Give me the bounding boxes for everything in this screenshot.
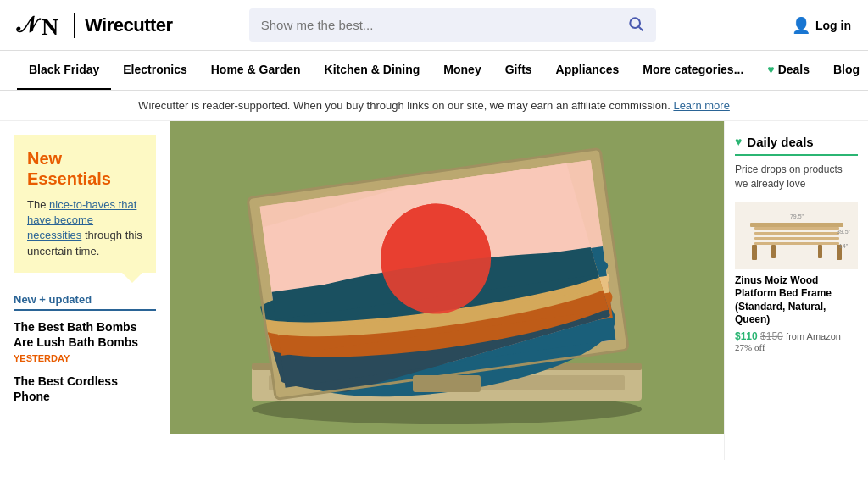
nav-item-black-friday[interactable]: Black Friday	[17, 51, 111, 90]
affiliate-banner: Wirecutter is reader-supported. When you…	[0, 91, 868, 121]
search-input[interactable]	[261, 18, 627, 32]
person-icon: 👤	[792, 16, 810, 35]
nav-item-appliances[interactable]: Appliances	[544, 51, 632, 90]
daily-deals-header: ♥ Daily deals	[735, 135, 858, 156]
deals-heart-icon: ♥	[767, 63, 774, 76]
svg-text:14": 14"	[838, 243, 848, 249]
hero-image[interactable]	[170, 121, 724, 434]
site-header: 𝒩 N Wirecutter 👤 Log in	[0, 0, 868, 51]
svg-rect-43	[771, 245, 776, 258]
article-title-1[interactable]: The Best Cordless Phone	[14, 374, 156, 404]
article-title-0[interactable]: The Best Bath Bombs Are Lush Bath Bombs	[14, 319, 156, 350]
search-button[interactable]	[627, 15, 644, 35]
logo-divider	[74, 13, 75, 38]
learn-more-link[interactable]: Learn more	[673, 99, 729, 112]
deal-price-new-0: $110	[735, 330, 758, 342]
deal-product-name-0: Zinus Moiz Wood Platform Bed Frame (Stan…	[735, 274, 858, 327]
svg-point-1	[630, 18, 640, 28]
search-bar[interactable]	[249, 8, 656, 42]
svg-rect-44	[818, 245, 822, 258]
svg-rect-37	[754, 227, 839, 230]
right-sidebar: ♥ Daily deals Price drops on products we…	[724, 121, 868, 460]
deal-image-0: 79.5" 39.5" 14"	[735, 202, 858, 269]
svg-rect-41	[752, 245, 757, 260]
svg-rect-36	[750, 223, 843, 227]
article-date-0: Yesterday	[14, 353, 156, 363]
deal-price-old-0: $150	[760, 330, 783, 342]
main-content: New Essentials The nice-to-haves that ha…	[0, 121, 868, 460]
svg-rect-38	[754, 232, 839, 235]
hero-laptop-svg	[170, 121, 724, 434]
nav-item-home-garden[interactable]: Home & Garden	[199, 51, 313, 90]
left-sidebar: New Essentials The nice-to-haves that ha…	[0, 121, 170, 460]
essentials-link[interactable]: nice-to-haves that have become necessiti…	[27, 198, 136, 241]
nav-item-money[interactable]: Money	[431, 51, 492, 90]
svg-rect-40	[754, 242, 839, 245]
deal-price-row-0: $110 $150 from Amazon	[735, 330, 858, 342]
login-button[interactable]: 👤 Log in	[792, 16, 851, 35]
yellow-tag-decoration	[120, 271, 144, 283]
svg-text:N: N	[42, 14, 58, 38]
deal-source-0: from Amazon	[786, 331, 841, 341]
new-essentials-title: New Essentials	[27, 148, 142, 189]
nav-item-deals[interactable]: ♥ Deals	[755, 51, 821, 90]
new-essentials-card: New Essentials The nice-to-haves that ha…	[14, 135, 156, 273]
svg-text:39.5": 39.5"	[836, 229, 850, 235]
nav-item-electronics[interactable]: Electronics	[111, 51, 198, 90]
svg-rect-34	[413, 375, 481, 392]
new-updated-section: New + updated The Best Bath Bombs Are Lu…	[14, 293, 156, 405]
nav-item-more[interactable]: More categories...	[631, 51, 755, 90]
nyt-logo-svg: N	[42, 13, 64, 38]
svg-rect-39	[754, 237, 839, 240]
nav-item-kitchen-dining[interactable]: Kitchen & Dining	[313, 51, 432, 90]
deal-item-0[interactable]: 79.5" 39.5" 14" Zinus Moiz Wood Platform…	[735, 202, 858, 352]
center-hero	[170, 121, 724, 460]
svg-line-2	[638, 27, 643, 31]
nyt-logo: 𝒩	[17, 13, 35, 38]
daily-deals-subtitle: Price drops on products we already love	[735, 163, 858, 191]
svg-text:79.5": 79.5"	[789, 213, 804, 219]
daily-deals-title: Daily deals	[747, 135, 813, 149]
deals-heart-icon: ♥	[735, 136, 742, 149]
main-nav: Black Friday Electronics Home & Garden K…	[0, 51, 868, 91]
deal-discount-0: 27% off	[735, 342, 858, 352]
bed-frame-image: 79.5" 39.5" 14"	[742, 206, 852, 265]
nav-item-gifts[interactable]: Gifts	[493, 51, 544, 90]
logo-area: 𝒩 N Wirecutter	[17, 13, 173, 38]
new-updated-label: New + updated	[14, 293, 156, 311]
affiliate-text: Wirecutter is reader-supported. When you…	[138, 99, 670, 112]
new-essentials-body: The nice-to-haves that have become neces…	[27, 197, 142, 259]
login-label[interactable]: Log in	[815, 19, 851, 32]
wirecutter-brand: Wirecutter	[85, 14, 173, 36]
nav-item-blog[interactable]: Blog	[821, 51, 868, 90]
